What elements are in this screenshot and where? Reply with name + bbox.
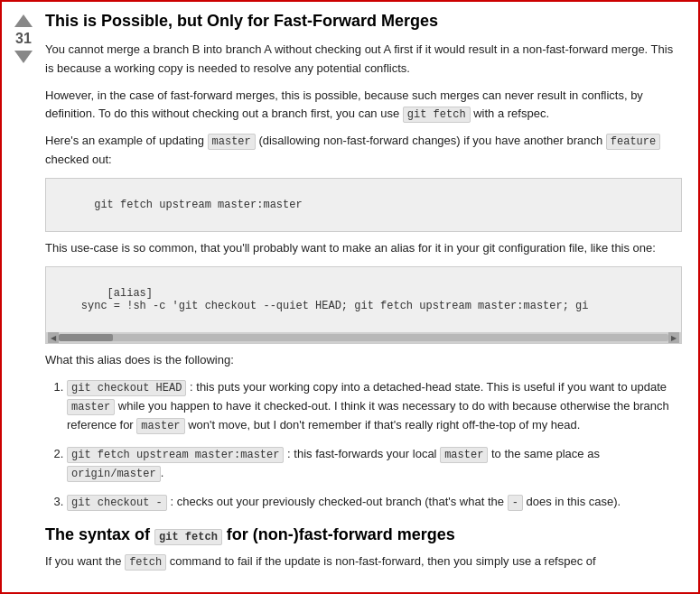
scroll-thumb[interactable] — [59, 334, 113, 341]
inline-code-dash: - — [508, 495, 523, 511]
code-block-1: git fetch upstream master:master — [45, 178, 682, 232]
vote-column: 31 — [2, 11, 45, 580]
steps-list: git checkout HEAD : this puts your worki… — [45, 378, 682, 512]
inline-code-master-1: master — [208, 134, 256, 150]
scroll-right-arrow[interactable]: ▶ — [668, 332, 679, 343]
scrollbar[interactable]: ◀ ▶ — [46, 332, 681, 343]
inline-code-git-fetch-title: git fetch — [154, 529, 222, 545]
vote-down-button[interactable] — [14, 51, 33, 63]
code-block-2-container: [alias] sync = !sh -c 'git checkout --qu… — [45, 266, 682, 344]
vote-count: 31 — [15, 31, 32, 47]
para-4: This use-case is so common, that you'll … — [45, 239, 682, 257]
section-title: The syntax of git fetch for (non-)fast-f… — [45, 524, 682, 545]
inline-code-checkout-dash: git checkout - — [67, 495, 167, 511]
para-2: However, in the case of fast-forward mer… — [45, 87, 682, 124]
inline-code-master-li1: master — [67, 399, 115, 415]
answer-content: This is Possible, but Only for Fast-Forw… — [45, 11, 689, 580]
inline-code-feature: feature — [606, 134, 660, 150]
para-5: What this alias does is the following: — [45, 351, 682, 369]
para-last: If you want the fetch command to fail if… — [45, 552, 682, 571]
para-3: Here's an example of updating master (di… — [45, 132, 682, 169]
scroll-left-arrow[interactable]: ◀ — [48, 332, 59, 343]
answer-title: This is Possible, but Only for Fast-Forw… — [45, 11, 682, 32]
inline-code-fetch-last: fetch — [125, 554, 166, 571]
code-block-2[interactable]: [alias] sync = !sh -c 'git checkout --qu… — [46, 267, 681, 332]
inline-code-fetch-upstream: git fetch upstream master:master — [67, 447, 284, 463]
inline-code-git-fetch: git fetch — [403, 107, 471, 123]
list-item-1: git checkout HEAD : this puts your worki… — [67, 378, 682, 434]
scroll-track[interactable] — [59, 334, 668, 341]
list-item-2: git fetch upstream master:master : this … — [67, 445, 682, 482]
para-1: You cannot merge a branch B into branch … — [45, 41, 682, 77]
vote-up-button[interactable] — [14, 14, 33, 27]
inline-code-checkout-head: git checkout HEAD — [67, 380, 186, 396]
inline-code-master-li1b: master — [136, 418, 184, 434]
inline-code-master-li2: master — [440, 447, 488, 463]
inline-code-origin-master: origin/master — [67, 466, 161, 482]
list-item-3: git checkout - : checks out your previou… — [67, 493, 682, 512]
